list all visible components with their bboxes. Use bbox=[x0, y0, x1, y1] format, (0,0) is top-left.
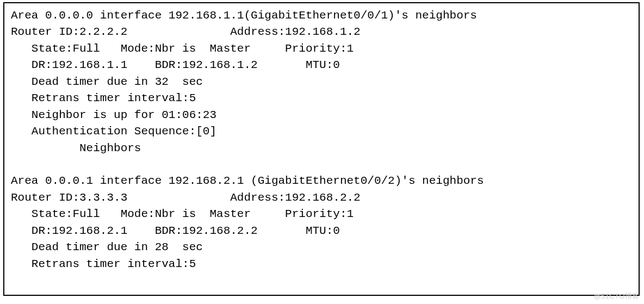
ospf-neighbor-block-1-line-2: DR:192.168.2.1 BDR:192.168.2.2 MTU:0 bbox=[11, 223, 632, 239]
terminal-output-frame: Area 0.0.0.0 interface 192.168.1.1(Gigab… bbox=[3, 2, 640, 296]
ospf-neighbor-block-0-line-1: State:Full Mode:Nbr is Master Priority:1 bbox=[11, 41, 632, 57]
ospf-neighbor-block-0-line-3: Dead timer due in 32 sec bbox=[11, 74, 632, 90]
blank-line bbox=[11, 157, 632, 173]
ospf-neighbor-block-0-header: Area 0.0.0.0 interface 192.168.1.1(Gigab… bbox=[11, 8, 632, 24]
ospf-neighbor-block-0-line-5: Neighbor is up for 01:06:23 bbox=[11, 107, 632, 123]
watermark-text: @51CTO博客 bbox=[593, 291, 640, 302]
ospf-neighbor-block-0-line-2: DR:192.168.1.1 BDR:192.168.1.2 MTU:0 bbox=[11, 57, 632, 73]
ospf-neighbor-block-0-line-6: Authentication Sequence:[0] bbox=[11, 123, 632, 140]
ospf-neighbor-block-1-line-4: Retrans timer interval:5 bbox=[11, 256, 632, 272]
ospf-neighbor-block-0-line-7: Neighbors bbox=[11, 140, 632, 157]
ospf-neighbor-block-1-line-3: Dead timer due in 28 sec bbox=[11, 239, 632, 256]
ospf-neighbor-block-1-line-1: State:Full Mode:Nbr is Master Priority:1 bbox=[11, 206, 632, 222]
ospf-neighbor-block-0-line-0: Router ID:2.2.2.2 Address:192.168.1.2 bbox=[11, 24, 632, 40]
ospf-neighbor-block-1-header: Area 0.0.0.1 interface 192.168.2.1 (Giga… bbox=[11, 173, 632, 189]
ospf-neighbor-block-0-line-4: Retrans timer interval:5 bbox=[11, 90, 632, 107]
ospf-neighbor-block-1-line-0: Router ID:3.3.3.3 Address:192.168.2.2 bbox=[11, 190, 632, 206]
